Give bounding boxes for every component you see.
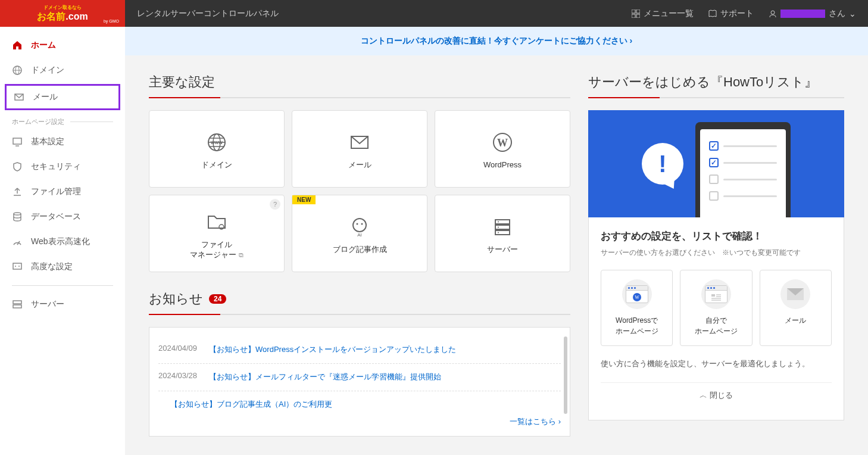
support-button[interactable]: サポート: [708, 8, 754, 19]
logo[interactable]: ドメイン取るなら お名前.com by GMO: [0, 0, 125, 27]
news-more-link[interactable]: 一覧はこちら ›: [158, 410, 561, 427]
sidebar-item-label: ファイル管理: [31, 186, 81, 197]
home-icon: [12, 40, 23, 51]
external-icon: ⧉: [239, 251, 243, 258]
sidebar-item-server[interactable]: サーバー: [0, 292, 125, 317]
news-link[interactable]: 【お知らせ】WordPressインストールをバージョンアップいたしました: [209, 344, 456, 356]
howto-heading: おすすめの設定を、リストで確認！: [601, 229, 832, 243]
card-wordpress[interactable]: W WordPress: [435, 110, 570, 188]
svg-point-11: [14, 213, 21, 215]
sidebar-item-label: セキュリティ: [31, 161, 81, 172]
sidebar-item-advanced[interactable]: 高度な設定: [0, 254, 125, 279]
card-blog-ai[interactable]: NEW AI ブログ記事作成: [292, 195, 427, 272]
chevron-down-icon: ⌄: [849, 9, 856, 18]
page-browser-icon: [701, 279, 731, 309]
exclamation-icon: !: [642, 143, 683, 185]
server-icon: [12, 299, 23, 310]
howto-sub: サーバーの使い方をお選びください ※いつでも変更可能です: [601, 248, 832, 258]
sidebar-item-speed[interactable]: Web表示高速化: [0, 229, 125, 254]
news-item: 2024/04/09 【お知らせ】WordPressインストールをバージョンアッ…: [158, 336, 561, 364]
howto-desc: 使い方に合う機能を設定し、サーバーを最適化しましょう。: [601, 358, 832, 370]
svg-point-4: [771, 11, 775, 14]
sidebar-divider: [12, 285, 113, 286]
survey-banner: コントロールパネルの改善に直結！今すぐアンケートにご協力ください ›: [125, 27, 868, 55]
sidebar-item-home[interactable]: ホーム: [0, 33, 125, 58]
survey-link[interactable]: コントロールパネルの改善に直結！今すぐアンケートにご協力ください ›: [361, 36, 633, 45]
howto-title: サーバーをはじめる『HowToリスト』: [588, 73, 844, 98]
news-count-badge: 24: [209, 294, 226, 304]
svg-rect-32: [495, 220, 510, 224]
new-badge: NEW: [292, 195, 316, 204]
svg-text:AI: AI: [357, 232, 362, 238]
svg-rect-9: [13, 138, 21, 144]
header-bar: レンタルサーバーコントロールパネル メニュー一覧 サポート さん ⌄: [125, 0, 868, 27]
svg-point-37: [498, 232, 499, 233]
news-link[interactable]: 【お知らせ】メールフィルターで『迷惑メール学習機能』提供開始: [209, 371, 441, 384]
user-name: [780, 10, 825, 18]
settings-cards: WWW ドメイン メール W WordPress ? ファイル マネージ: [149, 110, 570, 272]
envelope-icon: [348, 130, 371, 154]
sidebar-item-domain[interactable]: ドメイン: [0, 58, 125, 83]
wordpress-icon: W: [491, 130, 514, 154]
sidebar-item-label: 高度な設定: [31, 261, 73, 272]
sidebar: ホーム ドメイン メール ホームページ設定 基本設定 セキュリティ ファイル管理…: [0, 27, 125, 455]
howto-option-wordpress[interactable]: W WordPressで ホームページ: [601, 270, 673, 346]
mail-icon: [14, 92, 24, 102]
news-item: 【お知らせ】ブログ記事生成（AI）のご利用更: [158, 391, 561, 411]
user-menu[interactable]: さん ⌄: [769, 8, 856, 19]
card-file-manager[interactable]: ? ファイル マネージャー⧉: [149, 195, 285, 272]
main-settings-title: 主要な設定: [149, 73, 570, 98]
card-domain[interactable]: WWW ドメイン: [149, 110, 285, 188]
svg-text:WWW: WWW: [211, 141, 223, 145]
svg-rect-2: [632, 14, 635, 18]
clipboard-icon: ✓ ✓: [695, 122, 791, 217]
news-item: 2024/03/28 【お知らせ】メールフィルターで『迷惑メール学習機能』提供開…: [158, 364, 561, 391]
sidebar-item-label: 基本設定: [31, 136, 64, 147]
svg-point-15: [18, 266, 20, 267]
svg-point-35: [498, 222, 499, 223]
sidebar-item-database[interactable]: データベース: [0, 204, 125, 229]
monitor-icon: [12, 136, 23, 147]
svg-text:W: W: [497, 137, 508, 149]
sidebar-item-basic[interactable]: 基本設定: [0, 129, 125, 154]
howto-body: おすすめの設定を、リストで確認！ サーバーの使い方をお選びください ※いつでも変…: [588, 217, 844, 420]
news-link[interactable]: 【お知らせ】ブログ記事生成（AI）のご利用更: [170, 398, 332, 411]
card-server[interactable]: サーバー: [435, 195, 570, 272]
howto-hero: ! ✓ ✓: [588, 110, 844, 217]
menu-list-button[interactable]: メニュー一覧: [632, 8, 694, 19]
logo-tagline: ドメイン取るなら: [43, 4, 82, 11]
sidebar-item-label: Web表示高速化: [31, 236, 90, 247]
help-icon[interactable]: ?: [270, 199, 280, 210]
user-icon: [769, 10, 777, 18]
settings-icon: [12, 261, 23, 272]
howto-close-button[interactable]: ︿ 閉じる: [601, 382, 832, 408]
sidebar-item-label: ホーム: [31, 40, 56, 51]
server-rack-icon: [491, 215, 514, 239]
wordpress-browser-icon: W: [622, 279, 652, 309]
sidebar-item-mail[interactable]: メール: [5, 84, 120, 110]
svg-rect-40: [711, 294, 715, 297]
svg-point-14: [15, 266, 16, 267]
svg-point-36: [498, 227, 499, 228]
sidebar-item-file[interactable]: ファイル管理: [0, 179, 125, 204]
svg-rect-34: [495, 230, 510, 235]
chevron-up-icon: ︿: [700, 391, 707, 400]
howto-option-self[interactable]: 自分で ホームページ: [680, 270, 752, 346]
scrollbar[interactable]: [564, 336, 567, 414]
howto-option-mail[interactable]: メール: [760, 270, 832, 346]
sidebar-item-security[interactable]: セキュリティ: [0, 154, 125, 179]
svg-point-29: [357, 223, 358, 225]
content: コントロールパネルの改善に直結！今すぐアンケートにご協力ください › 主要な設定…: [125, 27, 868, 455]
globe-icon: [12, 65, 23, 76]
sidebar-section-hp: ホームページ設定: [0, 111, 125, 129]
grid-icon: [632, 10, 640, 18]
news-box: 2024/04/09 【お知らせ】WordPressインストールをバージョンアッ…: [149, 327, 570, 437]
card-mail[interactable]: メール: [292, 110, 427, 188]
svg-rect-17: [13, 305, 21, 308]
news-title: お知らせ 24: [149, 290, 570, 315]
header-title: レンタルサーバーコントロールパネル: [137, 8, 632, 19]
svg-rect-33: [495, 225, 510, 229]
svg-point-30: [361, 223, 363, 225]
www-icon: WWW: [205, 130, 229, 154]
database-icon: [12, 211, 23, 222]
